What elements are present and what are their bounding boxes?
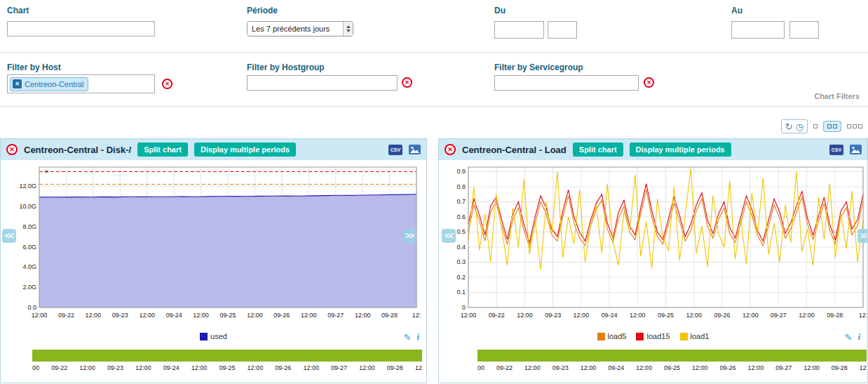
edit-chart-icon[interactable] <box>844 332 852 343</box>
legend-row: load5load15load1 <box>439 330 867 345</box>
host-chip[interactable]: Centreon-Central <box>10 77 88 91</box>
split-chart-button[interactable]: Split chart <box>573 143 623 157</box>
svg-text:0.3: 0.3 <box>456 258 466 265</box>
timeline-tick-label: 09-22 <box>51 364 67 371</box>
du-date-input[interactable] <box>494 21 544 39</box>
one-column-toggle[interactable] <box>813 124 818 128</box>
timeline-tick-label: 09-26 <box>720 364 736 371</box>
svg-text:0.1: 0.1 <box>456 289 466 296</box>
close-panel-icon[interactable] <box>445 144 456 155</box>
du-label: Du <box>494 6 506 15</box>
legend-item[interactable]: used <box>200 332 227 340</box>
edit-chart-icon[interactable] <box>403 332 411 343</box>
timeline-tick-label: 12:00 <box>581 364 597 371</box>
legend-swatch-icon <box>200 333 208 340</box>
chart-info-icon[interactable] <box>416 331 419 343</box>
timeline-tick-label: 12:00 <box>191 364 208 371</box>
legend-label: load5 <box>608 332 627 340</box>
svg-text:12:: 12: <box>859 312 867 319</box>
svg-text:2.0G: 2.0G <box>22 284 36 291</box>
timeline-tick-label: 09-25 <box>664 364 680 371</box>
export-csv-icon[interactable]: CSV <box>829 145 843 155</box>
divider <box>0 106 868 107</box>
timeline-tick-label: 09-28 <box>832 364 848 371</box>
svg-text:12:00: 12:00 <box>686 312 702 319</box>
chip-remove-icon[interactable] <box>13 79 22 88</box>
svg-text:0: 0 <box>462 304 466 311</box>
svg-text:0.6: 0.6 <box>456 213 466 220</box>
timeline-tick-label: 00 <box>477 364 484 371</box>
au-date-input[interactable] <box>731 21 785 39</box>
du-time-input[interactable] <box>548 21 577 39</box>
svg-text:8.0G: 8.0G <box>22 223 36 230</box>
legend-item[interactable]: load5 <box>597 332 627 340</box>
host-filter-input[interactable]: Centreon-Central <box>7 74 155 93</box>
scroll-right-button[interactable]: >> <box>857 229 868 243</box>
svg-text:12:00: 12:00 <box>742 312 759 319</box>
display-multiple-periods-button[interactable]: Display multiple periods <box>630 143 731 157</box>
timeline-tick-label: 09-24 <box>163 364 179 371</box>
split-chart-button[interactable]: Split chart <box>137 143 188 157</box>
divider <box>0 52 868 53</box>
svg-text:6.0G: 6.0G <box>22 244 36 251</box>
chart-info-icon[interactable] <box>857 331 860 343</box>
timeline-selector[interactable] <box>477 350 867 362</box>
clear-servicegroup-filter-icon[interactable] <box>644 77 654 88</box>
scroll-left-button[interactable]: << <box>2 229 16 243</box>
svg-text:12:00: 12:00 <box>193 312 209 319</box>
timeline-tick-label: 12:00 <box>79 364 95 371</box>
svg-text:0.7: 0.7 <box>456 198 466 205</box>
chart-filter-input[interactable] <box>7 21 155 37</box>
timeline-tick-label: 12:00 <box>247 364 264 371</box>
clear-hostgroup-filter-icon[interactable] <box>402 77 412 88</box>
two-column-toggle[interactable] <box>823 121 841 132</box>
periode-label: Période <box>247 6 278 15</box>
view-toolbar: ↻ ◷ <box>781 119 862 133</box>
svg-text:09-27: 09-27 <box>327 312 344 319</box>
panel-header: Centreon-Central - Load Split chart Disp… <box>439 139 867 160</box>
svg-text:0.0: 0.0 <box>27 304 36 311</box>
au-time-input[interactable] <box>789 21 819 39</box>
svg-text:09-24: 09-24 <box>602 312 618 319</box>
svg-text:09-27: 09-27 <box>771 312 787 319</box>
period-clock-icon[interactable]: ◷ <box>796 121 803 132</box>
servicegroup-filter-input[interactable] <box>494 75 639 91</box>
legend-label: load1 <box>691 332 710 340</box>
refresh-controls[interactable]: ↻ ◷ <box>781 119 808 133</box>
legend-item[interactable]: load15 <box>636 332 670 340</box>
display-multiple-periods-button[interactable]: Display multiple periods <box>194 143 296 157</box>
svg-text:09-22: 09-22 <box>58 312 74 319</box>
load-chart[interactable]: 12:0009-2212:0009-2312:0009-2412:0009-25… <box>439 161 867 326</box>
timeline-labels: 0009-2212:0009-2312:0009-2412:0009-2512:… <box>477 364 867 371</box>
timeline-tick-label: 09-26 <box>275 364 291 371</box>
scroll-right-button[interactable]: >> <box>402 229 416 243</box>
periode-select[interactable]: Les 7 précédents jours <box>247 21 353 37</box>
chart-area: 12:0009-2212:0009-2312:0009-2412:0009-25… <box>1 161 426 329</box>
svg-text:0.5: 0.5 <box>456 228 466 235</box>
chart-legend: load5load15load1 <box>439 330 867 340</box>
refresh-icon[interactable]: ↻ <box>785 121 793 132</box>
legend-item[interactable]: load1 <box>680 332 710 340</box>
svg-text:12:00: 12:00 <box>301 312 317 319</box>
legend-swatch-icon <box>636 333 644 340</box>
clear-host-filter-icon[interactable] <box>162 79 172 89</box>
export-csv-icon[interactable]: CSV <box>388 145 402 155</box>
close-panel-icon[interactable] <box>6 144 18 155</box>
load-chart-panel: Centreon-Central - Load Split chart Disp… <box>438 138 868 383</box>
scroll-left-button[interactable]: << <box>442 229 456 243</box>
chart-legend: used <box>1 330 426 340</box>
timeline-tick-label: 12:00 <box>303 364 319 371</box>
svg-text:12:00: 12:00 <box>799 312 815 319</box>
legend-row: used <box>1 330 426 345</box>
export-image-icon[interactable] <box>409 145 421 154</box>
timeline-tick-label: 12:00 <box>135 364 151 371</box>
hostgroup-filter-input[interactable] <box>247 75 398 91</box>
legend-swatch-icon <box>680 333 688 340</box>
svg-text:09-23: 09-23 <box>112 312 128 319</box>
legend-label: used <box>210 332 227 340</box>
timeline-tick-label: 09-25 <box>219 364 235 371</box>
disk-usage-chart[interactable]: 12:0009-2212:0009-2312:0009-2412:0009-25… <box>1 161 422 326</box>
export-image-icon[interactable] <box>850 145 862 154</box>
three-column-toggle[interactable] <box>847 124 862 128</box>
timeline-selector[interactable] <box>32 350 422 362</box>
